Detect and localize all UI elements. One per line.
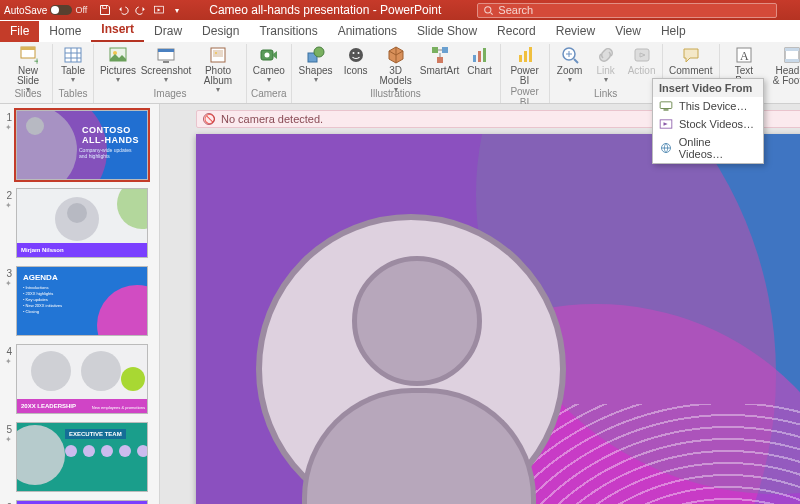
undo-icon[interactable] [117, 4, 129, 16]
group-label: Illustrations [296, 88, 496, 99]
thumbnail-2[interactable]: Mirjam Nilsson [16, 188, 148, 258]
tab-help[interactable]: Help [651, 21, 696, 42]
video-dropdown-item-stock[interactable]: Stock Videos… [653, 115, 763, 133]
thumbnail-1[interactable]: CONTOSOALL-HANDSCompany-wide updates and… [16, 110, 148, 180]
link-icon [596, 45, 616, 65]
workspace: 1✦CONTOSOALL-HANDSCompany-wide updates a… [0, 104, 800, 504]
svg-point-15 [264, 53, 269, 58]
slide-canvas[interactable]: CONTOSOALL-HANDS Company-wide updates an… [196, 134, 800, 504]
table-button[interactable]: Table [57, 44, 89, 85]
screenshot-button[interactable]: Screenshot [142, 44, 190, 85]
tab-transitions[interactable]: Transitions [249, 21, 327, 42]
warning-icon: 🚫 [203, 113, 215, 125]
thumbnail-4[interactable]: 20XX LEADERSHIPNew employees & promotion… [16, 344, 148, 414]
thumbnail-number: 3✦ [2, 266, 12, 336]
group-label: Tables [57, 88, 89, 99]
3d-models-icon [386, 45, 406, 65]
thumbnail-slot-1[interactable]: 1✦CONTOSOALL-HANDSCompany-wide updates a… [2, 110, 157, 180]
pictures-button[interactable]: Pictures [98, 44, 138, 85]
tab-review[interactable]: Review [546, 21, 605, 42]
save-icon[interactable] [99, 4, 111, 16]
video-dropdown-item-online[interactable]: Online Videos… [653, 133, 763, 163]
qat-customize-icon[interactable]: ▾ [171, 4, 183, 16]
smartart-button[interactable]: SmartArt [420, 44, 460, 76]
svg-rect-10 [158, 49, 174, 52]
warning-text: No camera detected. [221, 113, 323, 125]
ribbon-tabs: FileHomeInsertDrawDesignTransitionsAnima… [0, 20, 800, 42]
zoom-icon [560, 45, 580, 65]
cameo-button[interactable]: Cameo [253, 44, 285, 85]
header-footer-button[interactable]: Header& Footer [768, 44, 800, 86]
svg-rect-28 [524, 51, 527, 62]
autosave-toggle[interactable]: AutoSave Off [4, 5, 87, 16]
search-box[interactable]: Search [477, 3, 777, 18]
thumbnail-5[interactable]: EXECUTIVE TEAM [16, 422, 148, 492]
ribbon-group-power-bi: PowerBIPower BI [501, 44, 550, 103]
thumbnail-slot-3[interactable]: 3✦AGENDA• Introductions• 20XX highlights… [2, 266, 157, 336]
tab-animations[interactable]: Animations [328, 21, 407, 42]
svg-rect-53 [660, 102, 672, 109]
video-dropdown-header: Insert Video From [653, 79, 763, 97]
ribbon-group-tables: TableTables [53, 44, 94, 103]
thumbnail-slot-2[interactable]: 2✦Mirjam Nilsson [2, 188, 157, 258]
ribbon-group-slides: ＋NewSlideSlides [4, 44, 53, 103]
redo-icon[interactable] [135, 4, 147, 16]
comment-icon [681, 45, 701, 65]
svg-rect-21 [432, 47, 438, 53]
cameo-placeholder-avatar[interactable] [256, 214, 566, 504]
header-footer-icon [782, 45, 800, 65]
cameo-icon [259, 45, 279, 65]
group-label: Camera [251, 88, 287, 99]
start-from-beginning-icon[interactable] [153, 4, 165, 16]
ribbon-group-illustrations: ShapesIcons3DModelsSmartArtChartIllustra… [292, 44, 501, 103]
search-placeholder: Search [498, 4, 533, 16]
search-icon [482, 4, 494, 16]
thumbnail-number: 6✦ [2, 500, 12, 504]
power-bi-button[interactable]: PowerBI [505, 44, 545, 86]
group-label: Links [554, 88, 658, 99]
svg-point-13 [215, 52, 217, 54]
tab-record[interactable]: Record [487, 21, 546, 42]
video-dropdown-item-this-device[interactable]: This Device… [653, 97, 763, 115]
svg-rect-24 [473, 55, 476, 62]
chart-button[interactable]: Chart [464, 44, 496, 76]
toggle-pill[interactable] [50, 5, 72, 15]
autosave-label: AutoSave [4, 5, 47, 16]
tab-file[interactable]: File [0, 21, 39, 42]
tab-view[interactable]: View [605, 21, 651, 42]
thumbnail-slot-6[interactable]: 6✦WELCOME [2, 500, 157, 504]
svg-rect-27 [519, 55, 522, 62]
tab-design[interactable]: Design [192, 21, 249, 42]
thumbnail-slot-5[interactable]: 5✦EXECUTIVE TEAM [2, 422, 157, 492]
svg-rect-36 [785, 59, 799, 62]
chart-icon [470, 45, 490, 65]
ribbon-group-camera: CameoCamera [247, 44, 292, 103]
title-bar: AutoSave Off ▾ Cameo all-hands presentat… [0, 0, 800, 20]
shapes-button[interactable]: Shapes [296, 44, 336, 85]
thumbnail-slot-4[interactable]: 4✦20XX LEADERSHIPNew employees & promoti… [2, 344, 157, 414]
smartart-icon [430, 45, 450, 65]
shapes-icon [306, 45, 326, 65]
svg-rect-22 [442, 47, 448, 53]
group-label: Images [98, 88, 242, 99]
tab-draw[interactable]: Draw [144, 21, 192, 42]
screenshot-icon [156, 45, 176, 65]
tab-home[interactable]: Home [39, 21, 91, 42]
svg-point-17 [314, 47, 324, 57]
svg-point-2 [485, 6, 491, 12]
action-icon [632, 45, 652, 65]
thumbnail-6[interactable]: WELCOME [16, 500, 148, 504]
svg-rect-23 [437, 57, 443, 63]
tab-insert[interactable]: Insert [91, 19, 144, 42]
svg-point-19 [352, 52, 354, 54]
thumbnail-number: 4✦ [2, 344, 12, 414]
icons-button[interactable]: Icons [340, 44, 372, 76]
comment-button[interactable]: Comment [675, 44, 707, 76]
thumbnail-number: 2✦ [2, 188, 12, 258]
slide-thumbnail-panel[interactable]: 1✦CONTOSOALL-HANDSCompany-wide updates a… [0, 104, 160, 504]
stock-icon [659, 118, 673, 130]
zoom-button[interactable]: Zoom [554, 44, 586, 85]
tab-slide-show[interactable]: Slide Show [407, 21, 487, 42]
group-label: Slides [8, 88, 48, 99]
thumbnail-3[interactable]: AGENDA• Introductions• 20XX highlights• … [16, 266, 148, 336]
